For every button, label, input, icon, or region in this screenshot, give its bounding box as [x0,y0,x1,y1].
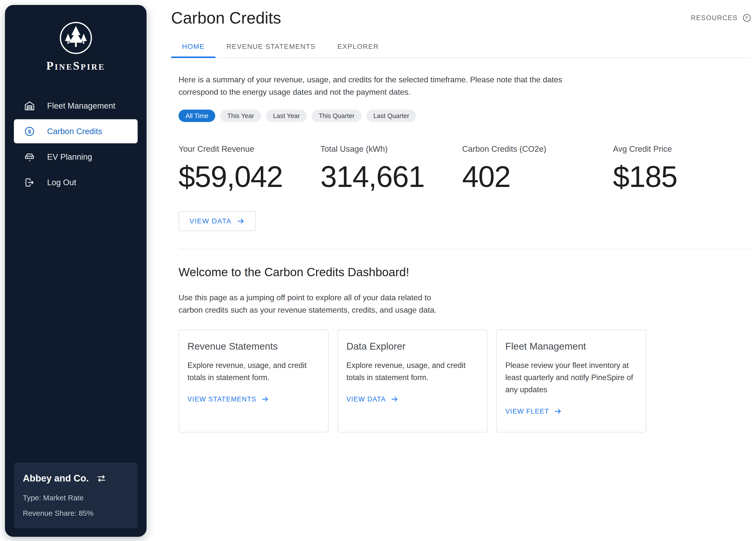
sidebar-item-label: Carbon Credits [47,127,102,136]
card-fleet-management: Fleet Management Please review your flee… [496,329,646,432]
stat-label: Total Usage (kWh) [320,144,462,154]
card-title: Fleet Management [505,341,586,352]
card-revenue-statements: Revenue Statements Explore revenue, usag… [179,329,329,432]
card-title: Data Explorer [347,341,405,352]
tab-content: Here is a summary of your revenue, usage… [179,73,752,432]
logout-icon [24,177,35,188]
chip-last-year[interactable]: Last Year [266,110,307,122]
sidebar-item-log-out[interactable]: Log Out [14,170,138,195]
stat-label: Your Credit Revenue [179,144,320,154]
sidebar-item-label: Log Out [47,178,76,187]
arrow-right-icon [390,395,399,403]
sidebar-nav: Fleet Management $ Carbon Credits [5,94,147,195]
card-body: Explore revenue, usage, and credit total… [188,359,320,383]
sidebar-item-label: EV Planning [47,152,92,162]
dollar-circle-icon: $ [24,126,35,137]
card-title: Revenue Statements [188,341,278,352]
stat-value: $59,042 [179,162,320,192]
dashboard-cards: Revenue Statements Explore revenue, usag… [179,329,752,432]
page-header: Carbon Credits RESOURCES ? [171,8,752,27]
swap-horizontal-icon[interactable] [96,473,107,484]
sidebar-item-ev-planning[interactable]: EV Planning [14,145,138,169]
stat-avg-credit-price: Avg Credit Price $185 [613,144,752,192]
view-data-link[interactable]: VIEW DATA [347,395,399,403]
page-title: Carbon Credits [171,8,281,27]
card-data-explorer: Data Explorer Explore revenue, usage, an… [338,329,487,432]
welcome-heading: Welcome to the Carbon Credits Dashboard! [179,265,752,279]
arrow-right-icon [554,407,562,415]
welcome-body: Use this page as a jumping off point to … [179,291,451,316]
main-content: Carbon Credits RESOURCES ? HOME REVENUE … [171,0,752,432]
sidebar-item-label: Fleet Management [47,101,115,111]
svg-text:$: $ [28,129,31,135]
org-card: Abbey and Co. Type: Market Rate Revenue … [14,463,138,528]
stat-value: 402 [462,162,613,192]
card-body: Please review your fleet inventory at le… [505,359,637,396]
stat-total-usage: Total Usage (kWh) 314,661 [320,144,462,192]
stat-label: Carbon Credits (CO2e) [462,144,613,154]
chip-all-time[interactable]: All Time [179,110,215,122]
brand: PineSpire [5,21,147,72]
pinespire-logo-icon [59,21,93,55]
resources-label: RESOURCES [691,14,738,22]
card-body: Explore revenue, usage, and credit total… [347,359,478,383]
view-statements-link[interactable]: VIEW STATEMENTS [188,395,269,403]
view-data-button[interactable]: VIEW DATA [179,211,256,231]
brand-name: PineSpire [46,59,105,72]
chip-this-quarter[interactable]: This Quarter [312,110,362,122]
arrow-right-icon [261,395,269,403]
view-data-label: VIEW DATA [190,217,232,225]
stat-credit-revenue: Your Credit Revenue $59,042 [179,144,320,192]
summary-intro: Here is a summary of your revenue, usage… [179,73,583,98]
sidebar-item-carbon-credits[interactable]: $ Carbon Credits [14,119,138,143]
org-type: Type: Market Rate [23,494,129,502]
svg-text:?: ? [745,15,749,20]
org-revenue-share: Revenue Share: 85% [23,509,129,517]
arrow-right-icon [237,217,245,226]
tab-home[interactable]: HOME [171,36,216,58]
org-name: Abbey and Co. [23,473,89,484]
tab-revenue-statements[interactable]: REVENUE STATEMENTS [216,36,327,58]
ev-car-icon [24,151,35,163]
help-circle-icon[interactable]: ? [742,13,752,23]
chip-last-quarter[interactable]: Last Quarter [367,110,416,122]
sidebar-item-fleet-management[interactable]: Fleet Management [14,94,138,118]
stat-carbon-credits: Carbon Credits (CO2e) 402 [462,144,613,192]
view-statements-label: VIEW STATEMENTS [188,395,256,403]
timeframe-filter-chips: All Time This Year Last Year This Quarte… [179,110,752,122]
stats-row: Your Credit Revenue $59,042 Total Usage … [179,144,752,192]
tab-explorer[interactable]: EXPLORER [327,36,390,58]
chip-this-year[interactable]: This Year [220,110,261,122]
org-header: Abbey and Co. [23,473,129,484]
stat-value: $185 [613,162,752,192]
resources-button[interactable]: RESOURCES ? [691,13,752,23]
welcome-section: Welcome to the Carbon Credits Dashboard!… [179,249,752,432]
sidebar: PineSpire Fleet Management $ [5,5,147,537]
stat-label: Avg Credit Price [613,144,752,154]
garage-icon [24,100,35,112]
tab-bar: HOME REVENUE STATEMENTS EXPLORER [171,36,752,58]
view-data-label: VIEW DATA [347,395,386,403]
stat-value: 314,661 [320,162,462,192]
view-fleet-link[interactable]: VIEW FLEET [505,407,562,415]
view-fleet-label: VIEW FLEET [505,408,549,415]
